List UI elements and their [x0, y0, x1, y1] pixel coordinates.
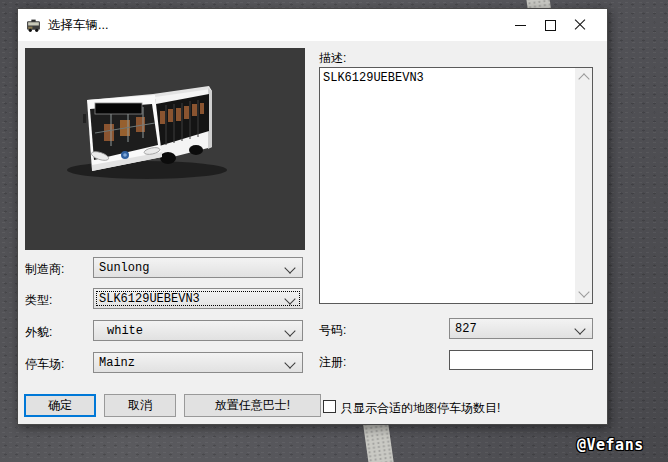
window-title: 选择车辆... [48, 17, 108, 34]
number-combobox[interactable]: 827 [449, 318, 593, 339]
type-label: 类型: [25, 292, 52, 309]
registration-input[interactable] [449, 350, 593, 370]
depot-combobox[interactable]: Mainz [93, 352, 303, 373]
suitable-depots-checkbox-label[interactable]: 只显示合适的地图停车场数目! [341, 400, 500, 417]
registration-label: 注册: [319, 354, 346, 371]
chevron-down-icon [574, 323, 585, 334]
place-any-bus-button[interactable]: 放置任意巴士! [184, 394, 321, 417]
maximize-button[interactable] [535, 9, 565, 41]
chevron-down-icon [284, 357, 295, 368]
description-text: SLK6129UEBEVN3 [323, 71, 572, 85]
maximize-icon [545, 20, 556, 31]
bus-render [25, 48, 305, 250]
description-label: 描述: [319, 50, 346, 67]
titlebar[interactable]: 选择车辆... [18, 9, 607, 41]
watermark: @Vefans [577, 436, 644, 454]
bus-app-icon [26, 18, 41, 33]
description-scrollbar[interactable] [575, 68, 592, 303]
type-value: SLK6129UEBEVN3 [99, 292, 200, 306]
scroll-down-icon[interactable] [578, 286, 589, 297]
minimize-button[interactable] [505, 9, 535, 41]
window-controls [505, 9, 595, 41]
scroll-up-icon[interactable] [578, 73, 589, 84]
type-combobox[interactable]: SLK6129UEBEVN3 [93, 288, 303, 309]
close-icon [574, 19, 586, 31]
road-marking-bottom [363, 419, 394, 462]
select-vehicle-dialog: 选择车辆... [17, 8, 608, 425]
chevron-down-icon [284, 325, 295, 336]
desktop-background: @Vefans 选择车辆... [0, 0, 668, 462]
appearance-combobox[interactable]: white [93, 320, 303, 341]
number-label: 号码: [319, 322, 346, 339]
close-button[interactable] [565, 9, 595, 41]
vehicle-preview-panel [25, 48, 305, 250]
suitable-depots-checkbox[interactable] [323, 400, 336, 413]
manufacturer-combobox[interactable]: Sunlong [93, 257, 303, 278]
chevron-down-icon [284, 262, 295, 273]
ok-button[interactable]: 确定 [24, 394, 96, 417]
cancel-button[interactable]: 取消 [104, 394, 176, 417]
depot-label: 停车场: [25, 356, 64, 373]
depot-value: Mainz [99, 356, 135, 370]
appearance-value: white [99, 324, 143, 338]
chevron-down-icon [284, 293, 295, 304]
description-textarea[interactable]: SLK6129UEBEVN3 [319, 67, 593, 304]
manufacturer-label: 制造商: [25, 261, 64, 278]
manufacturer-value: Sunlong [99, 261, 149, 275]
appearance-label: 外貌: [25, 324, 52, 341]
minimize-icon [515, 25, 526, 26]
number-value: 827 [455, 322, 477, 336]
